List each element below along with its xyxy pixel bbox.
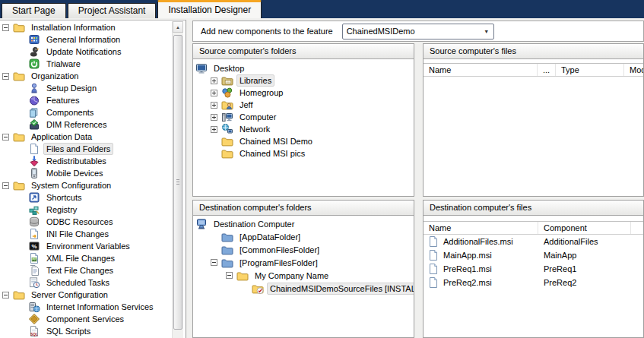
svg-text:SQL: SQL bbox=[30, 333, 38, 336]
registry-icon bbox=[28, 204, 40, 216]
destination-files-title: Destination computer's files bbox=[424, 201, 643, 216]
tree-item-scheduled-tasks[interactable]: Scheduled Tasks bbox=[0, 276, 186, 289]
collapse-icon[interactable] bbox=[2, 134, 9, 141]
column-header-component[interactable]: Component bbox=[538, 222, 631, 234]
collapse-icon[interactable] bbox=[2, 73, 9, 80]
tree-item-desktop[interactable]: Desktop bbox=[193, 62, 414, 74]
tree-item-setup-design[interactable]: Setup Design bbox=[0, 82, 186, 94]
collapse-icon[interactable] bbox=[2, 292, 9, 299]
setup-design-icon bbox=[28, 82, 40, 94]
tree-item-sql-scripts[interactable]: SQLSQL Scripts bbox=[0, 325, 186, 337]
feature-combobox[interactable]: ChainedMSIDemo ▼ bbox=[342, 24, 494, 39]
tree-item-internet-information-services[interactable]: Internet Information Services bbox=[0, 301, 186, 313]
collapse-icon[interactable] bbox=[2, 182, 9, 189]
general-information-icon bbox=[28, 33, 40, 46]
tree-item-chained-msi-pics[interactable]: Chained MSI pics bbox=[193, 147, 414, 160]
folder-icon bbox=[13, 21, 25, 33]
expand-icon[interactable] bbox=[211, 114, 217, 121]
tree-item-ini-file-changes[interactable]: INI File Changes bbox=[0, 228, 186, 240]
expand-icon[interactable] bbox=[211, 90, 217, 96]
tree-item-system-configuration[interactable]: System Configuration bbox=[0, 179, 186, 191]
file-row-additionalfiles-msi[interactable]: AdditionalFiles.msiAdditionalFiles bbox=[424, 235, 643, 248]
tree-item-chainedmsidemosourcefiles-installdir[interactable]: ChainedMSIDemoSourceFiles [INSTALLDIR] bbox=[193, 282, 414, 295]
tree-item-label: Server Configuration bbox=[28, 289, 111, 301]
tree-item-features[interactable]: Features bbox=[0, 94, 186, 106]
tree-item-environment-variables[interactable]: %Environment Variables bbox=[0, 240, 186, 252]
scheduled-tasks-icon bbox=[28, 276, 40, 289]
tree-item-computer[interactable]: Computer bbox=[193, 111, 414, 123]
msi-file-icon bbox=[427, 235, 439, 248]
tab-start-page[interactable]: Start Page bbox=[2, 3, 66, 18]
tree-item-label: Trialware bbox=[43, 58, 84, 70]
expand-icon[interactable] bbox=[211, 102, 217, 109]
scrollbar-grip-icon bbox=[176, 179, 179, 185]
tree-item-server-configuration[interactable]: Server Configuration bbox=[0, 289, 186, 301]
tree-item-label: Mobile Devices bbox=[43, 167, 106, 179]
folder-blue-icon bbox=[221, 231, 233, 243]
msi-file-icon bbox=[427, 263, 439, 275]
tree-item-my-company-name[interactable]: My Company Name bbox=[193, 269, 414, 282]
tree-item-label: Internet Information Services bbox=[43, 301, 157, 313]
collapse-icon[interactable] bbox=[2, 24, 9, 31]
scrollbar-thumb[interactable] bbox=[173, 35, 182, 330]
feature-label: Add new components to the feature bbox=[201, 27, 333, 36]
libraries-icon bbox=[221, 74, 233, 87]
tree-item-destination-computer[interactable]: Destination Computer bbox=[193, 217, 414, 230]
column-header-name[interactable]: Name bbox=[424, 222, 538, 234]
navigation-panel: Installation InformationGeneral Informat… bbox=[0, 20, 186, 338]
collapse-icon[interactable] bbox=[226, 272, 233, 279]
tree-item-components[interactable]: Components bbox=[0, 106, 186, 118]
tree-item-label: Installation Information bbox=[28, 21, 119, 33]
collapse-icon[interactable] bbox=[211, 259, 217, 266]
destination-folders-tree: Destination Computer[AppDataFolder][Comm… bbox=[193, 216, 414, 295]
tree-item-text-file-changes[interactable]: Text File Changes bbox=[0, 264, 186, 276]
column-header-item[interactable] bbox=[631, 222, 644, 234]
tree-item-label: Chained MSI pics bbox=[236, 147, 308, 160]
tree-item-libraries[interactable]: Libraries bbox=[193, 74, 414, 87]
column-header-name[interactable]: Name bbox=[424, 64, 538, 76]
file-name: PreReq2.msi bbox=[443, 278, 492, 287]
tree-item-commonfilesfolder[interactable]: [CommonFilesFolder] bbox=[193, 243, 414, 256]
destination-files-list: AdditionalFiles.msiAdditionalFilesMainAp… bbox=[424, 235, 643, 289]
file-row-prereq2-msi[interactable]: PreReq2.msiPreReq2 bbox=[424, 276, 643, 289]
tree-item-homegroup[interactable]: Homegroup bbox=[193, 87, 414, 99]
tree-item-appdatafolder[interactable]: [AppDataFolder] bbox=[193, 230, 414, 243]
tree-item-application-data[interactable]: Application Data bbox=[0, 131, 186, 143]
environment-variables-icon: % bbox=[28, 240, 40, 252]
expand-icon[interactable] bbox=[211, 77, 217, 84]
tree-item-odbc-resources[interactable]: ODBC Resources bbox=[0, 216, 186, 228]
tab-installation-designer[interactable]: Installation Designer bbox=[157, 0, 262, 18]
tree-item-trialware[interactable]: Trialware bbox=[0, 58, 186, 70]
tree-item-general-information[interactable]: General Information bbox=[0, 33, 186, 46]
sidebar-scrollbar[interactable]: ▲ bbox=[172, 21, 183, 338]
xml-file-changes-icon bbox=[28, 252, 40, 264]
tree-item-xml-file-changes[interactable]: XML File Changes bbox=[0, 252, 186, 264]
tree-item-component-services[interactable]: Component Services bbox=[0, 313, 186, 325]
trialware-icon bbox=[28, 58, 40, 70]
tree-item-update-notifications[interactable]: Update Notifications bbox=[0, 46, 186, 58]
tree-item-registry[interactable]: Registry bbox=[0, 204, 186, 216]
scroll-up-icon[interactable]: ▲ bbox=[173, 21, 183, 33]
tree-item-network[interactable]: Network bbox=[193, 123, 414, 135]
tree-item-programfilesfolder[interactable]: [ProgramFilesFolder] bbox=[193, 256, 414, 269]
tab-project-assistant[interactable]: Project Assistant bbox=[68, 3, 157, 18]
tree-item-mobile-devices[interactable]: Mobile Devices bbox=[0, 167, 186, 179]
column-header-item[interactable]: ... bbox=[538, 64, 556, 76]
file-row-prereq1-msi[interactable]: PreReq1.msiPreReq1 bbox=[424, 262, 643, 276]
network-icon bbox=[221, 123, 233, 135]
chevron-down-icon[interactable]: ▼ bbox=[480, 29, 493, 34]
tree-item-shortcuts[interactable]: Shortcuts bbox=[0, 191, 186, 204]
tree-item-dim-references[interactable]: DIM References bbox=[0, 118, 186, 131]
tree-item-redistributables[interactable]: Redistributables bbox=[0, 155, 186, 167]
column-header-type[interactable]: Type bbox=[556, 64, 624, 76]
tree-item-jeff[interactable]: Jeff bbox=[193, 99, 414, 111]
file-row-mainapp-msi[interactable]: MainApp.msiMainApp bbox=[424, 248, 643, 262]
column-header-modified[interactable]: Modified bbox=[624, 64, 644, 76]
tree-item-installation-information[interactable]: Installation Information bbox=[0, 21, 186, 33]
tree-item-organization[interactable]: Organization bbox=[0, 70, 186, 82]
tree-item-files-and-folders[interactable]: Files and Folders bbox=[0, 143, 186, 155]
tree-item-chained-msi-demo[interactable]: Chained MSI Demo bbox=[193, 135, 414, 147]
expand-icon[interactable] bbox=[211, 126, 217, 133]
user-folder-icon bbox=[221, 99, 233, 111]
source-folders-tree: DesktopLibrariesHomegroupJeffComputerNet… bbox=[193, 59, 414, 160]
